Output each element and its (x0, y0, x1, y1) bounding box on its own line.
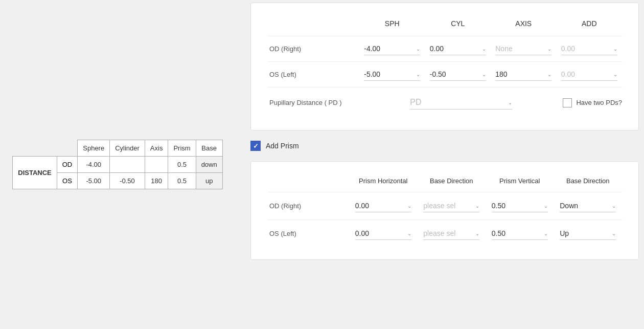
os-base-dir-h-select[interactable]: please sel ⌄ (423, 227, 479, 240)
prism-v-col-header: Prism Vertical (486, 174, 554, 188)
os-add-select[interactable]: 0.00 ⌄ (561, 68, 617, 81)
od-prism-label: OD (Right) (267, 202, 349, 210)
col-prism: Prism (168, 140, 196, 157)
prism-form-card: Prism Horizontal Base Direction Prism Ve… (250, 161, 639, 260)
od-cyl-chevron: ⌄ (482, 46, 486, 52)
od-base-dir-v-chevron: ⌄ (612, 203, 616, 209)
os-eye-label: OS (57, 173, 78, 189)
od-prism-h-select[interactable]: 0.00 ⌄ (355, 200, 411, 212)
os-sph-select[interactable]: -5.00 ⌄ (364, 68, 420, 81)
os-cyl-field[interactable]: -0.50 ⌄ (425, 68, 491, 81)
od-sph-value: -4.00 (364, 45, 380, 53)
os-cylinder: -0.50 (110, 173, 145, 189)
od-cyl-select[interactable]: 0.00 ⌄ (430, 42, 486, 55)
os-prism-h-field[interactable]: 0.00 ⌄ (349, 227, 418, 240)
os-axis-value: 180 (495, 70, 507, 78)
od-cyl-field[interactable]: 0.00 ⌄ (425, 42, 491, 55)
col-base: Base (196, 140, 222, 157)
od-axis (145, 157, 168, 173)
od-add-chevron: ⌄ (613, 46, 617, 52)
right-section: SPH CYL AXIS ADD OD (Right) -4.00 ⌄ 0.00 (250, 3, 639, 260)
od-prism-v-value: 0.50 (492, 202, 505, 210)
os-base-dir-v-chevron: ⌄ (612, 231, 616, 236)
pd-value: PD (410, 98, 421, 107)
os-prism: 0.5 (168, 173, 196, 189)
os-base: up (196, 173, 222, 189)
pd-chevron: ⌄ (508, 100, 512, 105)
os-axis-field[interactable]: 180 ⌄ (491, 68, 557, 81)
pd-row-label: Pupillary Distance ( PD ) (267, 99, 359, 106)
od-prism-v-select[interactable]: 0.50 ⌄ (492, 200, 548, 212)
add-prism-section: Add Prism (250, 139, 639, 153)
base-dir-v-col-header: Base Direction (554, 174, 623, 188)
have-two-pds-label: Have two PDs? (576, 99, 622, 106)
distance-label: DISTANCE (13, 157, 57, 189)
pd-select[interactable]: PD ⌄ (410, 96, 512, 109)
od-cyl-value: 0.00 (430, 45, 444, 53)
col-sphere: Sphere (78, 140, 110, 157)
os-prism-v-field[interactable]: 0.50 ⌄ (486, 227, 554, 240)
od-base-dir-h-field[interactable]: please sel ⌄ (418, 200, 486, 212)
od-add-select[interactable]: 0.00 ⌄ (561, 42, 617, 55)
od-eye-label: OD (57, 157, 78, 173)
od-base-dir-v-select[interactable]: Down ⌄ (560, 200, 616, 212)
od-prism-v-chevron: ⌄ (544, 203, 548, 209)
add-prism-label: Add Prism (266, 142, 299, 150)
os-base-dir-v-select[interactable]: Up ⌄ (560, 227, 616, 240)
od-sph-select[interactable]: -4.00 ⌄ (364, 42, 420, 55)
od-add-field[interactable]: 0.00 ⌄ (557, 42, 623, 55)
os-prism-v-chevron: ⌄ (544, 231, 548, 236)
od-prism: 0.5 (168, 157, 196, 173)
col-axis: Axis (145, 140, 168, 157)
os-add-value: 0.00 (561, 70, 575, 78)
pd-field[interactable]: PD ⌄ (359, 96, 563, 109)
od-prism-h-field[interactable]: 0.00 ⌄ (349, 200, 418, 212)
os-prism-v-select[interactable]: 0.50 ⌄ (492, 227, 548, 240)
os-base-dir-h-field[interactable]: please sel ⌄ (418, 227, 486, 240)
os-sph-chevron: ⌄ (416, 72, 420, 77)
od-base: down (196, 157, 222, 173)
prism-h-col-header: Prism Horizontal (349, 174, 418, 188)
od-sph-field[interactable]: -4.00 ⌄ (359, 42, 425, 55)
os-sphere: -5.00 (78, 173, 110, 189)
have-two-pds-section: Have two PDs? (563, 98, 622, 107)
os-sph-field[interactable]: -5.00 ⌄ (359, 68, 425, 81)
os-base-dir-h-chevron: ⌄ (475, 231, 479, 236)
od-prism-h-value: 0.00 (355, 202, 369, 210)
os-prism-h-chevron: ⌄ (407, 231, 411, 236)
os-base-dir-v-field[interactable]: Up ⌄ (554, 227, 623, 240)
od-axis-select[interactable]: None ⌄ (495, 42, 551, 55)
base-dir-h-col-header: Base Direction (418, 174, 486, 188)
os-axis: 180 (145, 173, 168, 189)
od-form-row: OD (Right) -4.00 ⌄ 0.00 ⌄ None (267, 36, 622, 61)
od-base-dir-v-value: Down (560, 202, 578, 210)
os-prism-h-select[interactable]: 0.00 ⌄ (355, 227, 411, 240)
od-sphere: -4.00 (78, 157, 110, 173)
od-cylinder (110, 157, 145, 173)
os-prism-h-value: 0.00 (355, 229, 369, 237)
col-cylinder: Cylinder (110, 140, 145, 157)
form-header: SPH CYL AXIS ADD (267, 15, 622, 32)
od-base-dir-v-field[interactable]: Down ⌄ (554, 200, 623, 212)
od-prism-row: OD (Right) 0.00 ⌄ please sel ⌄ 0.50 ⌄ (267, 192, 622, 220)
have-two-pds-checkbox[interactable] (563, 98, 572, 107)
pd-row: Pupillary Distance ( PD ) PD ⌄ Have two … (267, 87, 622, 118)
os-add-field[interactable]: 0.00 ⌄ (557, 68, 623, 81)
od-axis-value: None (495, 45, 512, 53)
add-col-header: ADD (557, 15, 623, 32)
od-sph-chevron: ⌄ (416, 46, 420, 52)
axis-col-header: AXIS (491, 15, 557, 32)
prism-form-header: Prism Horizontal Base Direction Prism Ve… (267, 174, 622, 188)
od-prism-v-field[interactable]: 0.50 ⌄ (486, 200, 554, 212)
os-cyl-select[interactable]: -0.50 ⌄ (430, 68, 486, 81)
os-prism-row: OS (Left) 0.00 ⌄ please sel ⌄ 0.50 ⌄ (267, 220, 622, 247)
od-base-dir-h-select[interactable]: please sel ⌄ (423, 200, 479, 212)
os-form-row: OS (Left) -5.00 ⌄ -0.50 ⌄ 180 (267, 61, 622, 87)
od-axis-field[interactable]: None ⌄ (491, 42, 557, 55)
od-add-value: 0.00 (561, 45, 575, 53)
od-axis-chevron: ⌄ (547, 46, 551, 52)
cyl-col-header: CYL (425, 15, 491, 32)
os-axis-select[interactable]: 180 ⌄ (495, 68, 551, 81)
os-base-dir-h-value: please sel (423, 229, 455, 237)
add-prism-checkbox[interactable] (250, 141, 261, 151)
